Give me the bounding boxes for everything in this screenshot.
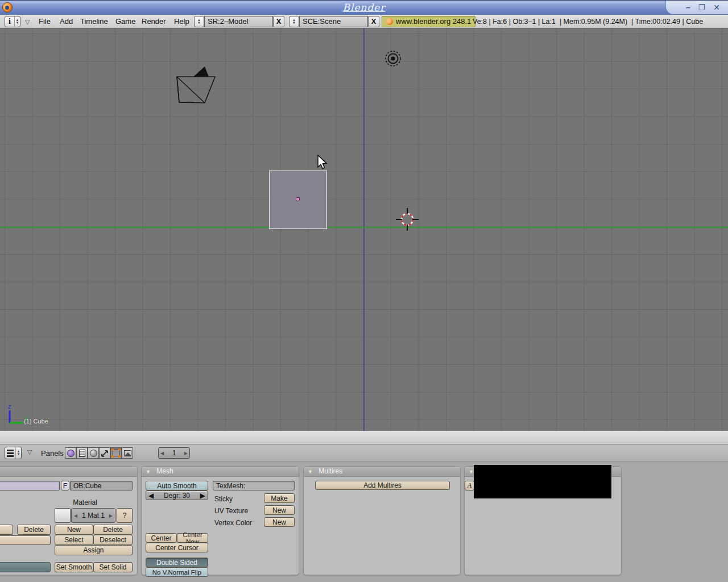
partial-add-button[interactable]: A <box>465 481 474 490</box>
y-axis-line <box>0 227 728 228</box>
scene-name-field[interactable]: SCE:Scene <box>299 16 368 27</box>
vgroup-weight-slider[interactable] <box>0 562 51 572</box>
auto-smooth-toggle[interactable]: Auto Smooth <box>146 481 208 490</box>
degr-next-icon[interactable]: ▶ <box>200 492 205 500</box>
mat-prev-icon[interactable]: ◀ <box>74 513 77 518</box>
degr-prev-icon[interactable]: ◀ <box>148 492 154 500</box>
scene-buttons-tab[interactable] <box>122 447 133 459</box>
menu-add[interactable]: Add <box>60 15 73 28</box>
script-icon <box>79 450 85 457</box>
mesh-datablock-field[interactable] <box>0 481 60 490</box>
panel-multires: ▼ Multires Add Multires <box>303 466 461 575</box>
material-deselect-button[interactable]: Deselect <box>93 535 133 545</box>
set-smooth-button[interactable]: Set Smooth <box>55 562 93 572</box>
logic-buttons-tab[interactable] <box>65 447 76 459</box>
panel-link-materials-header[interactable] <box>0 467 137 477</box>
object-name-field[interactable]: OB:Cube <box>70 481 133 490</box>
panels-menu[interactable]: Panels <box>41 445 64 462</box>
shading-icon <box>90 450 97 457</box>
info-editor-icon: i <box>5 17 14 26</box>
camera-gizmo[interactable] <box>172 61 217 105</box>
uv-texture-new-button[interactable]: New <box>264 505 295 515</box>
material-delete-button[interactable]: Delete <box>93 525 133 535</box>
active-object-label: (1) Cube <box>24 418 48 425</box>
lamp-gizmo[interactable] <box>383 49 403 68</box>
uv-texture-label: UV Texture <box>214 507 248 515</box>
center-cursor-button[interactable]: Center Cursor <box>146 543 208 552</box>
vgroup-delete-button[interactable]: Delete <box>17 525 51 535</box>
panel-multires-header[interactable]: ▼ Multires <box>304 467 460 477</box>
panel-link-materials: F OB:Cube Material ◀ 1 Mat 1 ▶ ? Delete … <box>0 466 138 575</box>
scene-stats: Ve:8 | Fa:6 | Ob:3–1 | La:1 | Mem:0.95M … <box>473 15 703 28</box>
cursor-3d <box>395 207 420 232</box>
vertex-color-new-button[interactable]: New <box>264 517 295 527</box>
screen-close-button[interactable]: X <box>273 16 284 27</box>
menu-file[interactable]: File <box>39 15 51 28</box>
degr-value: Degr: 30 <box>164 492 190 500</box>
script-buttons-tab[interactable] <box>76 447 88 459</box>
scene-browse-button[interactable]: ▲▼ <box>289 16 299 27</box>
editor-type-button[interactable]: i ▲▼ <box>5 16 20 27</box>
sticky-make-button[interactable]: Make <box>264 493 295 503</box>
shading-buttons-tab[interactable] <box>88 447 99 459</box>
vgroup-cut-button[interactable] <box>0 525 13 535</box>
panel-mesh-header[interactable]: ▼ Mesh <box>142 467 299 477</box>
material-index-stepper[interactable]: ◀ 1 Mat 1 ▶ <box>71 508 115 523</box>
editor-type-button-2[interactable]: ▲▼ <box>5 447 22 459</box>
menu-bar: i ▲▼ ▽ File Add Timeline Game Render Hel… <box>0 15 728 28</box>
frame-stepper[interactable]: ◀ 1 ▶ <box>158 447 190 459</box>
fake-user-button[interactable]: F <box>61 481 69 490</box>
blender-badge-icon <box>386 18 393 25</box>
frame-next-icon[interactable]: ▶ <box>184 451 188 456</box>
restore-button[interactable]: ❐ <box>698 3 706 11</box>
vertex-color-label: Vertex Color <box>214 519 252 527</box>
collapse-triangle-icon[interactable]: ▼ <box>308 469 313 475</box>
header-collapse-icon[interactable]: ▽ <box>25 15 30 28</box>
minimize-button[interactable]: – <box>686 3 690 11</box>
material-select-button[interactable]: Select <box>55 535 93 545</box>
material-section-label: Material <box>46 498 124 506</box>
buttons-window-header: ▲▼ ▽ Panels ◀ 1 ▶ <box>0 445 728 462</box>
no-vnormal-flip-toggle[interactable]: No V.Normal Flip <box>146 567 208 577</box>
vgroup-wide-button[interactable] <box>0 535 51 545</box>
spinner-icon: ▲▼ <box>14 16 20 27</box>
menu-help[interactable]: Help <box>174 15 189 28</box>
axis-z-label: z <box>8 404 11 410</box>
add-multires-button[interactable]: Add Multires <box>315 481 450 490</box>
menu-timeline[interactable]: Timeline <box>80 15 108 28</box>
center-new-button[interactable]: Center New <box>177 533 208 543</box>
set-solid-button[interactable]: Set Solid <box>93 562 133 572</box>
scene-close-button[interactable]: X <box>368 16 379 27</box>
screen-name-field[interactable]: SR:2–Model <box>204 16 273 27</box>
close-button[interactable]: ✕ <box>713 3 720 11</box>
double-sided-toggle[interactable]: Double Sided <box>146 558 208 567</box>
texmesh-field[interactable]: TexMesh: <box>213 481 295 490</box>
mat-next-icon[interactable]: ▶ <box>109 513 113 518</box>
window-title: Blender <box>0 2 728 13</box>
material-assign-button[interactable]: Assign <box>55 545 133 555</box>
frame-prev-icon[interactable]: ◀ <box>160 451 164 456</box>
center-button[interactable]: Center <box>146 533 177 543</box>
frame-number: 1 <box>172 449 176 457</box>
material-index-value: 1 Mat 1 <box>82 512 105 519</box>
degr-stepper[interactable]: ◀ Degr: 30 ▶ <box>146 490 208 500</box>
sticky-label: Sticky <box>214 495 233 503</box>
collapse-triangle-icon[interactable]: ▼ <box>146 469 151 475</box>
menu-game[interactable]: Game <box>115 15 135 28</box>
object-buttons-tab[interactable] <box>99 447 110 459</box>
menu-render[interactable]: Render <box>142 15 166 28</box>
logic-icon <box>67 450 75 457</box>
material-help-button[interactable]: ? <box>117 508 133 523</box>
panel-mesh-title: Mesh <box>156 467 173 475</box>
title-bar: Blender – ❐ ✕ <box>0 0 728 15</box>
viewport-3d[interactable]: z y (1) Cube <box>0 28 728 431</box>
buttons-editor-icon <box>5 447 15 459</box>
spinner-icon: ▲▼ <box>15 447 21 459</box>
collapse-triangle-icon[interactable]: ▼ <box>469 469 474 475</box>
header-collapse-icon[interactable]: ▽ <box>27 448 32 456</box>
material-new-button[interactable]: New <box>55 525 93 535</box>
screen-browse-button[interactable]: ▲▼ <box>194 16 204 27</box>
material-color-swatch[interactable] <box>55 508 71 523</box>
object-center-dot <box>296 197 300 201</box>
editing-buttons-tab[interactable] <box>110 447 122 459</box>
